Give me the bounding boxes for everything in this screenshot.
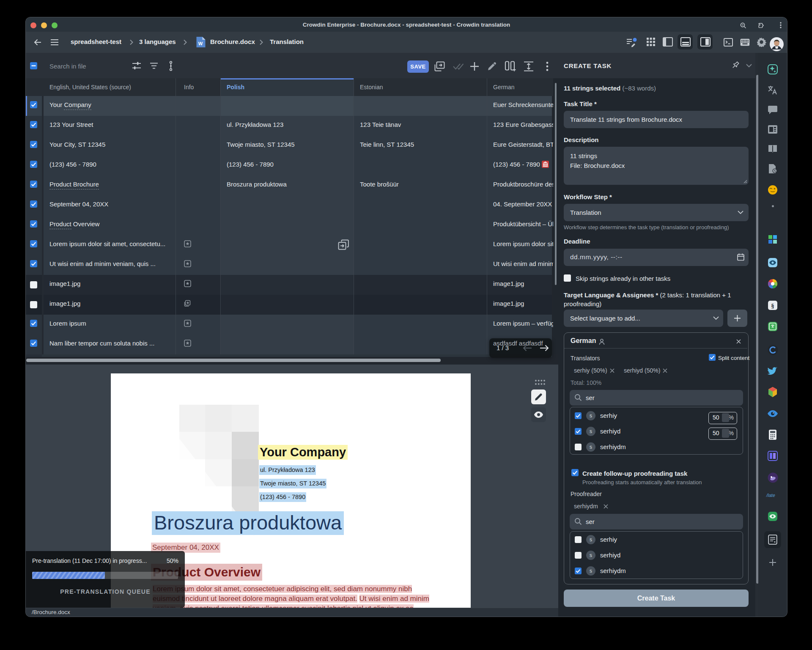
svg-text:W: W	[198, 41, 203, 46]
svg-text:§: §	[771, 302, 774, 309]
